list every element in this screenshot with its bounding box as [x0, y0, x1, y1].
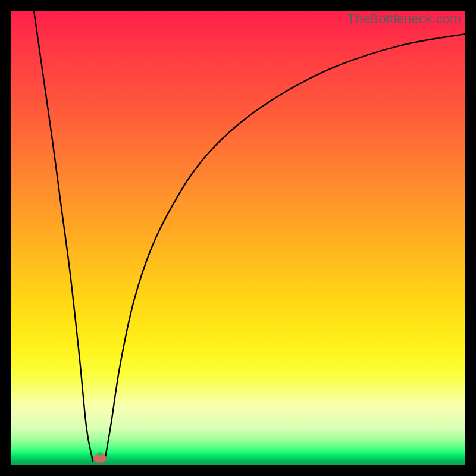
chart-curves: [11, 11, 465, 465]
optimal-point-marker: [93, 453, 107, 463]
curve-group: [34, 11, 465, 461]
watermark-text: TheBottleneck.com: [347, 11, 461, 27]
chart-frame: TheBottleneck.com: [11, 11, 465, 465]
curve-left-branch: [34, 11, 93, 461]
curve-right-branch: [105, 34, 465, 461]
